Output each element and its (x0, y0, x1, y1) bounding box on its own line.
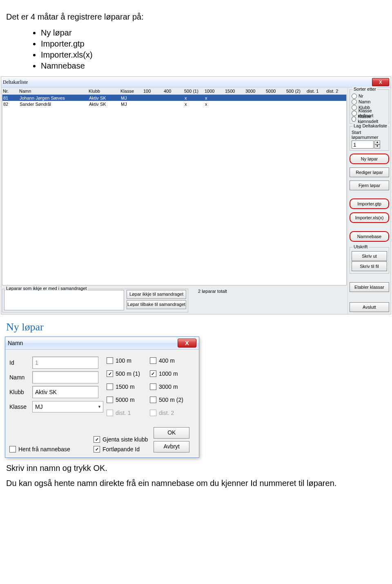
col-dist2: dist. 2 (326, 89, 346, 94)
distance-label: 3000 m (159, 383, 178, 390)
chk-100m[interactable]: 100 m (107, 355, 140, 366)
col-namn: Namn (19, 89, 89, 94)
chk-1500m[interactable]: 1500 m (107, 381, 140, 392)
checkbox-label: Hent frå namnebase (18, 446, 70, 452)
col-500-1: 500 (1) (184, 89, 205, 94)
bullet-item: Importer.gtp (41, 39, 392, 49)
col-5000: 5000 (266, 89, 286, 94)
distance-label: 400 m (159, 357, 175, 364)
lower-fieldset-legend: Løparar som ikkje er med i samandraget (5, 286, 88, 291)
importer-gtp-button[interactable]: Importer.gtp (350, 198, 389, 209)
namnebase-button[interactable]: Namnebase (350, 231, 389, 242)
chk-500m-2[interactable]: 500 m (2) (150, 395, 183, 405)
klasse-value: MJ (35, 403, 43, 410)
avslutt-button[interactable]: Avslutt (350, 302, 389, 312)
distance-label: 500 m (2) (159, 397, 183, 403)
namn-input[interactable] (32, 371, 98, 383)
radio-label: Namn (359, 99, 370, 104)
col-klasse: Klasse (120, 89, 143, 94)
sort-radio-klasse-kjonn[interactable]: Klasse kjønnsdelt (352, 116, 387, 122)
radio-label: Klasse kjønnsdelt (358, 114, 387, 124)
cell: x (185, 102, 205, 107)
etabler-klassar-button[interactable]: Etabler klassar (350, 282, 389, 292)
gjenta-klubb-checkbox[interactable]: Gjenta siste klubb (94, 436, 148, 443)
distance-label: 100 m (116, 357, 131, 364)
cell: x (205, 96, 225, 100)
fjern-lopar-button[interactable]: Fjern løpar (350, 181, 389, 190)
exclude-runner-button[interactable]: Løpar ikkje til samandraget (127, 290, 186, 299)
close-icon: X (185, 340, 189, 346)
close-button[interactable]: X (178, 339, 196, 348)
distance-label: 1500 m (116, 383, 135, 390)
chk-dist2: dist. 2 (150, 408, 183, 418)
distance-label: 5000 m (116, 397, 135, 403)
table-row[interactable]: 81 Johann Jørgen Sæves Aktiv SK MJ x x (2, 95, 346, 101)
distance-label: 1000 m (159, 370, 178, 377)
cell-klubb: Aktiv SK (89, 102, 121, 107)
importer-xls-button[interactable]: Importer.xls(x) (350, 212, 389, 223)
chk-1000m[interactable]: 1000 m (150, 368, 183, 379)
col-100: 100 (143, 89, 164, 94)
distance-label: dist. 1 (116, 410, 131, 416)
sort-radio-nr[interactable]: Nr (352, 93, 387, 99)
sort-radio-namn[interactable]: Namn (352, 99, 387, 105)
utskrift-legend: Utskrift (352, 244, 369, 249)
chevron-up-icon: ▲ (374, 140, 380, 145)
klubb-input[interactable] (32, 386, 98, 398)
id-label: Id (9, 359, 32, 366)
fortlopande-id-checkbox[interactable]: Fortløpande Id (94, 446, 148, 452)
table-row[interactable]: 82 Sander Søndrål Aktiv SK MJ x x (2, 101, 346, 107)
chk-400m[interactable]: 400 m (150, 355, 183, 366)
window-title: Deltakarliste (3, 79, 28, 85)
col-dist1: dist. 1 (307, 89, 326, 94)
radio-label: Nr (359, 94, 363, 98)
ok-button[interactable]: OK (154, 427, 189, 439)
excluded-runners-list[interactable] (4, 290, 124, 310)
lag-fieldset: Lag Deltakarliste Start løparnummer ▲▼ (350, 126, 389, 151)
close-icon: X (379, 80, 382, 85)
cell-namn: Johann Jørgen Sæves (20, 96, 89, 100)
chevron-down-icon: ▼ (98, 405, 101, 409)
section-heading: Ny løpar (6, 321, 392, 333)
distance-label: 500 m (1) (116, 370, 140, 377)
bullet-item: Namnebase (41, 61, 392, 71)
table-body[interactable]: 81 Johann Jørgen Sæves Aktiv SK MJ x x 8… (2, 94, 347, 285)
chevron-down-icon: ▼ (374, 145, 380, 149)
bullet-item: Ny løpar (41, 28, 392, 38)
chk-dist1: dist. 1 (107, 408, 140, 418)
total-count-text: 2 løparar totalt (198, 289, 227, 294)
col-1000: 1000 (205, 89, 225, 94)
lag-legend: Lag Deltakarliste (352, 123, 388, 128)
col-3000: 3000 (245, 89, 266, 94)
skriv-fil-button[interactable]: Skriv til fil (352, 261, 387, 271)
start-number-input[interactable] (352, 140, 374, 149)
include-runner-button[interactable]: Løpar tilbake til samandraget (127, 300, 186, 309)
chk-3000m[interactable]: 3000 m (150, 381, 183, 392)
ny-lopar-button[interactable]: Ny løpar (350, 154, 389, 164)
skriv-ut-button[interactable]: Skriv ut (352, 251, 387, 261)
spinner[interactable]: ▲▼ (374, 140, 380, 149)
cell-klasse: MJ (121, 96, 144, 100)
klasse-select[interactable]: MJ ▼ (32, 401, 103, 412)
col-500-2: 500 (2) (286, 89, 307, 94)
cell-nr: 81 (3, 96, 20, 100)
dialog-title: Namn (8, 340, 23, 346)
chk-5000m[interactable]: 5000 m (107, 395, 140, 405)
cell: x (205, 102, 225, 107)
cell-namn: Sander Søndrål (20, 102, 89, 107)
hent-namnebase-checkbox[interactable]: Hent frå namnebase (9, 446, 79, 452)
start-number-label: Start løparnummer (352, 130, 387, 140)
doc-outro-2: Du kan også hente namn direkte frå ein n… (6, 479, 392, 488)
cell-nr: 82 (3, 102, 20, 107)
cell-klubb: Aktiv SK (89, 96, 121, 100)
col-1500: 1500 (225, 89, 245, 94)
col-400: 400 (164, 89, 184, 94)
rediger-lopar-button[interactable]: Rediger løpar (350, 167, 389, 177)
id-input[interactable] (32, 357, 98, 369)
bullet-item: Importer.xls(x) (41, 50, 392, 60)
klasse-label: Klasse (9, 403, 32, 410)
doc-outro-1: Skriv inn namn og trykk OK. (6, 464, 392, 473)
chk-500m-1[interactable]: 500 m (1) (107, 368, 140, 379)
close-button[interactable]: X (372, 78, 389, 86)
avbryt-button[interactable]: Avbryt (154, 441, 189, 452)
